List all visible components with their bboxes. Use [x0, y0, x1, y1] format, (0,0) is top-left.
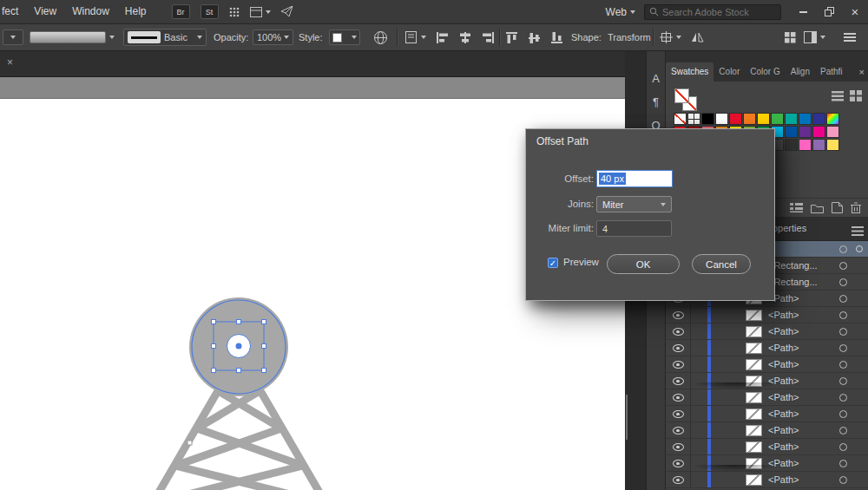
- layer-label[interactable]: <Rectang...: [768, 260, 839, 271]
- swatch[interactable]: [826, 126, 839, 138]
- restore-button[interactable]: [816, 0, 842, 23]
- menu-help[interactable]: Help: [117, 0, 155, 23]
- fill-stroke-proxy[interactable]: [674, 88, 699, 113]
- target-circle[interactable]: [839, 278, 847, 286]
- menu-hamburger-button[interactable]: [844, 32, 856, 42]
- layer-label[interactable]: <Path>: [768, 359, 839, 369]
- visibility-toggle[interactable]: [666, 472, 691, 487]
- layer-row[interactable]: <Path>: [666, 472, 868, 488]
- align-bottom-button[interactable]: [550, 31, 564, 44]
- visibility-toggle[interactable]: [666, 422, 691, 438]
- lock-cell[interactable]: [691, 356, 707, 372]
- lock-cell[interactable]: [691, 340, 707, 356]
- swatch[interactable]: [799, 113, 812, 125]
- target-circle[interactable]: [839, 344, 847, 352]
- layer-row[interactable]: <Path>: [666, 389, 868, 406]
- document-tab-close[interactable]: ×: [7, 57, 13, 68]
- swatch[interactable]: [826, 113, 839, 125]
- target-circle[interactable]: [839, 361, 847, 369]
- swatch[interactable]: [771, 113, 784, 125]
- swatch-none[interactable]: [674, 113, 687, 125]
- isolate-combo[interactable]: [660, 31, 681, 43]
- minimize-button[interactable]: [790, 0, 816, 23]
- close-button[interactable]: ×: [842, 0, 868, 23]
- stock-badge[interactable]: St: [201, 4, 219, 19]
- target-circle[interactable]: [839, 377, 847, 385]
- target-circle[interactable]: [839, 427, 847, 434]
- visibility-toggle[interactable]: [666, 389, 691, 405]
- lock-cell[interactable]: [691, 439, 707, 454]
- lock-cell[interactable]: [691, 455, 707, 471]
- ok-button[interactable]: OK: [607, 254, 680, 274]
- preview-checkbox[interactable]: ✓: [548, 258, 558, 268]
- joins-select[interactable]: Miter: [596, 196, 672, 212]
- tab-pathfinder[interactable]: Pathfi: [815, 62, 848, 82]
- character-panel-icon[interactable]: A: [652, 67, 660, 90]
- grid-view-icon[interactable]: [850, 90, 862, 101]
- layer-label[interactable]: <Path>: [768, 343, 839, 353]
- bridge-badge[interactable]: Br: [172, 4, 190, 19]
- layer-label[interactable]: <Path>: [768, 408, 839, 419]
- paragraph-panel-icon[interactable]: ¶: [653, 90, 659, 114]
- offset-input[interactable]: 40 px: [596, 170, 673, 187]
- style-combo[interactable]: [329, 29, 360, 45]
- swatch[interactable]: [785, 113, 798, 125]
- align-left-button[interactable]: [436, 31, 450, 44]
- transform-link[interactable]: Transform: [608, 32, 651, 42]
- visibility-toggle[interactable]: [666, 373, 691, 389]
- list-view-icon[interactable]: [832, 90, 844, 101]
- swatch[interactable]: [715, 113, 728, 125]
- target-circle[interactable]: [839, 443, 847, 451]
- stroke-style-combo[interactable]: Basic: [123, 29, 207, 46]
- tab-color[interactable]: Color: [713, 62, 745, 82]
- layer-row[interactable]: <Path>: [666, 455, 868, 472]
- tab-align[interactable]: Align: [786, 62, 815, 82]
- swatch[interactable]: [757, 113, 770, 125]
- layer-label[interactable]: <Path>: [768, 293, 839, 304]
- visibility-toggle[interactable]: [666, 323, 691, 339]
- target-circle[interactable]: [839, 410, 847, 418]
- visibility-toggle[interactable]: [666, 340, 691, 356]
- visibility-toggle[interactable]: [666, 439, 691, 454]
- tab-color-guide[interactable]: Color G: [745, 62, 785, 82]
- visibility-toggle[interactable]: [666, 356, 691, 372]
- layer-row[interactable]: <Path>: [666, 406, 868, 422]
- lock-cell[interactable]: [691, 389, 707, 405]
- layer-row[interactable]: <Path>: [666, 422, 868, 439]
- scrollbar-thumb[interactable]: [626, 395, 628, 440]
- swatch[interactable]: [785, 126, 798, 138]
- layer-row[interactable]: <Path>: [666, 307, 868, 323]
- lock-cell[interactable]: [691, 422, 707, 438]
- layer-label[interactable]: <Rectang...: [768, 277, 839, 287]
- target-circle[interactable]: [839, 394, 847, 402]
- menu-effect[interactable]: fect: [0, 0, 26, 23]
- variable-width-combo[interactable]: [3, 29, 23, 45]
- fill-proxy[interactable]: [674, 88, 689, 103]
- trash-icon[interactable]: [851, 202, 861, 213]
- layer-row[interactable]: <Path>: [666, 439, 868, 455]
- panel-group-close[interactable]: ×: [859, 68, 865, 77]
- grid-view-button[interactable]: [784, 31, 796, 43]
- swatch[interactable]: [812, 139, 825, 151]
- swatch[interactable]: [743, 113, 756, 125]
- new-color-group-folder-icon[interactable]: [811, 202, 824, 213]
- stock-search[interactable]: [644, 4, 781, 20]
- opacity-combo[interactable]: 100%: [253, 29, 293, 45]
- target-circle[interactable]: [839, 245, 847, 253]
- workspace-switcher[interactable]: Web: [597, 6, 644, 18]
- align-vcenter-button[interactable]: [528, 31, 542, 44]
- align-top-button[interactable]: [505, 31, 519, 44]
- fill-control[interactable]: [30, 31, 115, 43]
- target-circle[interactable]: [839, 262, 847, 270]
- apps-grid-icon[interactable]: [229, 7, 240, 17]
- miter-limit-input[interactable]: 4: [596, 220, 672, 237]
- layer-label[interactable]: <Path>: [768, 326, 839, 336]
- layer-row[interactable]: <Path>: [666, 356, 868, 373]
- lock-cell[interactable]: [691, 307, 707, 323]
- arrange-windows-icon[interactable]: [250, 7, 271, 17]
- cancel-button[interactable]: Cancel: [692, 254, 751, 274]
- swatch[interactable]: [826, 139, 839, 151]
- layer-label[interactable]: <Path>: [768, 376, 839, 386]
- visibility-toggle[interactable]: [666, 406, 691, 421]
- target-circle[interactable]: [839, 295, 847, 303]
